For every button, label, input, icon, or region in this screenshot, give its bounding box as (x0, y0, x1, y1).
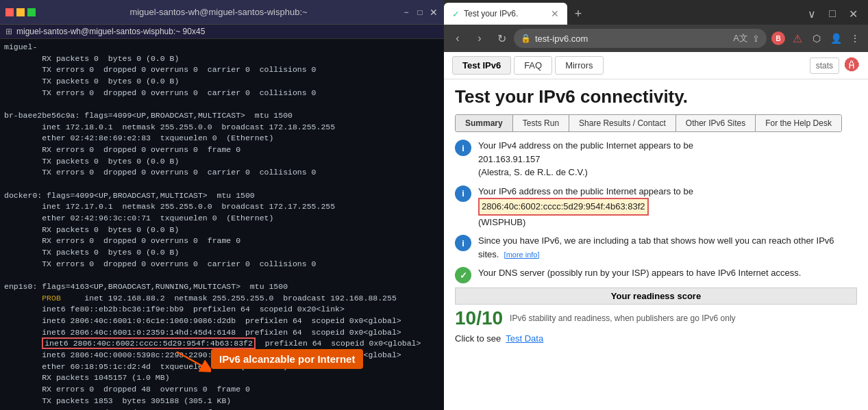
ipv6-address-highlight: inet6 2806:40c:6002:cccc:5d29:954f:4b63:… (42, 337, 256, 349)
terminal-line: RX packets 0 bytes 0 (0.0 B) (4, 225, 440, 236)
browser-tab-close-btn[interactable]: ✕ (551, 8, 559, 19)
terminal-line: RX errors 0 dropped 0 overruns 0 frame 0 (4, 144, 440, 156)
terminal-line: RX packets 1045157 (1.0 MB) (4, 372, 440, 384)
terminal-titlebar: miguel-santos-wh@miguel-santos-wisphub:~… (0, 0, 444, 25)
content-tabs: Summary Tests Run Share Results / Contac… (455, 114, 842, 132)
terminal-line: miguel- (4, 42, 440, 53)
browser-close-btn[interactable]: ✕ (843, 4, 863, 23)
terminal-body[interactable]: miguel- RX packets 0 bytes 0 (0.0 B) TX … (0, 39, 444, 410)
info-text-tab: Since you have IPv6, we are including a … (478, 234, 857, 261)
readiness-header: Your readiness score (455, 287, 857, 305)
brave-shield-btn[interactable]: B (771, 31, 785, 45)
browser-minimize-btn[interactable]: ∨ (802, 4, 821, 23)
browser-panel: ✓ Test your IPv6. ✕ + ∨ □ ✕ ‹ › ↻ (444, 0, 868, 410)
site-nav-faq[interactable]: FAQ (514, 56, 552, 75)
terminal-line: inet6 2806:40c:6001:0:6c1e:1060:9086:d2d… (4, 316, 440, 327)
share-icon[interactable]: ⇪ (752, 34, 760, 44)
site-nav-mirrors[interactable]: Mirrors (555, 56, 603, 75)
terminal-line: TX errors 0 dropped 0 overruns 0 carrier… (4, 64, 440, 76)
back-btn[interactable]: ‹ (448, 29, 467, 48)
terminal-minimize-btn[interactable]: − (401, 8, 411, 17)
reload-btn[interactable]: ↻ (492, 29, 511, 48)
info-item-ipv6-tab: i Since you have IPv6, we are including … (455, 234, 857, 261)
site-main: Test your IPv6 connectivity. Summary Tes… (444, 79, 868, 410)
content-tab-share[interactable]: Share Results / Contact (569, 115, 676, 131)
terminal-line: inet 172.17.0.1 netmask 255.255.0.0 broa… (4, 201, 440, 213)
terminal-maximize-btn[interactable]: □ (415, 8, 425, 17)
url-bar[interactable]: 🔒 test-ipv6.com A文 ⇪ (514, 29, 767, 48)
terminal-line: br-baee2be56c9a: flags=4099<UP,BROADCAST… (4, 110, 440, 122)
terminal-line: RX errors 0 dropped 48 overruns 0 frame … (4, 384, 440, 396)
terminal-line: RX packets 0 bytes 0 (0.0 B) (4, 53, 440, 65)
menu-icon[interactable]: ⋮ (846, 29, 864, 47)
ipv6-address-display: 2806:40c:6002:cccc:5d29:954f:4b63:83f2 (478, 198, 649, 216)
terminal-line: TX errors 0 dropped 0 overruns 0 carrier… (4, 88, 440, 99)
content-tab-summary[interactable]: Summary (456, 115, 513, 131)
terminal-line: inet 172.18.0.1 netmask 255.255.0.0 broa… (4, 122, 440, 133)
terminal-line: inet6 fe80::eb2b:bc36:1f9e:bb9 prefixlen… (4, 304, 440, 316)
terminal-max-dot[interactable] (27, 8, 36, 16)
terminal-line: ether 02:42:96:3c:c0:71 txqueuelen 0 (Et… (4, 213, 440, 225)
browser-tab-active[interactable]: ✓ Test your IPv6. ✕ (444, 3, 567, 25)
readiness-body: 10/10 IPv6 stability and readiness, when… (455, 307, 857, 329)
test-data-line: Click to see Test Data (455, 333, 857, 344)
translate-site-icon[interactable]: 🅐 (845, 57, 860, 75)
terminal-line: TX errors 0 dropped 0 overruns 0 carrier… (4, 259, 440, 270)
more-info-link[interactable]: [more info] (504, 251, 540, 259)
info-icon-dns: ✓ (455, 267, 471, 283)
browser-toolbar-icons: B ⚠ ⬡ 👤 ⋮ (769, 29, 864, 47)
terminal-min-dot[interactable] (16, 8, 25, 16)
info-icon-tab: i (455, 235, 471, 251)
info-text-ipv6: Your IPv6 address on the public Internet… (478, 185, 693, 229)
browser-maximize-btn[interactable]: □ (823, 4, 842, 23)
terminal-line: inet6 2806:40C:0000:5398c:2298:2290:1945… (4, 350, 440, 361)
translate-icon[interactable]: A文 (733, 32, 748, 44)
info-item-ipv6: i Your IPv6 address on the public Intern… (455, 185, 857, 229)
content-tab-other-ipv6[interactable]: Other IPv6 Sites (676, 115, 756, 131)
terminal-line (4, 99, 440, 110)
terminal-panel: miguel-santos-wh@miguel-santos-wisphub:~… (0, 0, 444, 410)
terminal-title: miguel-santos-wh@miguel-santos-wisphub:~ (36, 7, 401, 17)
forward-btn[interactable]: › (470, 29, 489, 48)
browser-toolbar: ‹ › ↻ 🔒 test-ipv6.com A文 ⇪ B ⚠ ⬡ (444, 25, 868, 52)
browser-tab-bar: ✓ Test your IPv6. ✕ + ∨ □ ✕ (444, 0, 868, 25)
terminal-close-dot[interactable] (5, 8, 14, 16)
extensions-icon[interactable]: ⬡ (808, 29, 826, 47)
terminal-line: ether 60:18:95:1c:d2:4d txqueuelen 1000 … (4, 361, 440, 373)
terminal-line: TX errors 8 dropped 0 overruns 0 frame 0 (4, 407, 440, 411)
site-nav-test-ipv6[interactable]: Test IPv6 (452, 56, 511, 75)
url-text: test-ipv6.com (535, 34, 729, 44)
terminal-line: enp1s0: flags=4163<UP,BROADCAST,RUNNING,… (4, 281, 440, 293)
url-shield-icon: 🔒 (521, 34, 531, 43)
content-tab-tests-run[interactable]: Tests Run (513, 115, 569, 131)
terminal-line: TX packets 1853 bytes 305188 (305.1 KB) (4, 396, 440, 407)
terminal-close-btn[interactable]: ✕ (429, 8, 438, 17)
warning-icon[interactable]: ⚠ (789, 29, 806, 47)
info-text-dns: Your DNS server (possibly run by your IS… (478, 266, 801, 280)
terminal-line: docker0: flags=4099<UP,BROADCAST,MULTICA… (4, 190, 440, 202)
content-tab-help-desk[interactable]: For the Help Desk (756, 115, 841, 131)
site-nav-stats[interactable]: stats (810, 57, 839, 74)
terminal-line: PROB inet 192.168.88.2 netmask 255.255.2… (4, 293, 440, 305)
website-content: Test IPv6 FAQ Mirrors stats 🅐 Test your … (444, 52, 868, 410)
app-root: miguel-santos-wh@miguel-santos-wisphub:~… (0, 0, 868, 410)
browser-new-tab-btn[interactable]: + (567, 3, 589, 25)
info-text-ipv4: Your IPv4 address on the public Internet… (478, 139, 693, 179)
terminal-line: TX packets 0 bytes 0 (0.0 B) (4, 247, 440, 259)
info-list: i Your IPv4 address on the public Intern… (455, 139, 857, 283)
terminal-line (4, 270, 440, 281)
site-title: Test your IPv6 connectivity. (455, 86, 857, 107)
test-data-prefix: Click to see (455, 333, 501, 344)
test-data-link[interactable]: Test Data (506, 333, 543, 344)
brave-shield-icon[interactable]: B (769, 29, 787, 47)
terminal-line (4, 179, 440, 190)
readiness-score: 10/10 (455, 307, 503, 329)
terminal-line: TX errors 0 dropped 0 overruns 0 carrier… (4, 167, 440, 179)
terminal-line: ether 02:42:8e:69:e2:83 txqueuelen 0 (Et… (4, 133, 440, 144)
terminal-line: TX packets 0 bytes 0 (0.0 B) (4, 76, 440, 88)
profile-icon[interactable]: 👤 (827, 29, 845, 47)
info-item-ipv4: i Your IPv4 address on the public Intern… (455, 139, 857, 179)
info-item-dns: ✓ Your DNS server (possibly run by your … (455, 266, 857, 283)
terminal-line: TX packets 0 bytes 0 (0.0 B) (4, 156, 440, 168)
browser-window-controls: ∨ □ ✕ (802, 3, 868, 25)
